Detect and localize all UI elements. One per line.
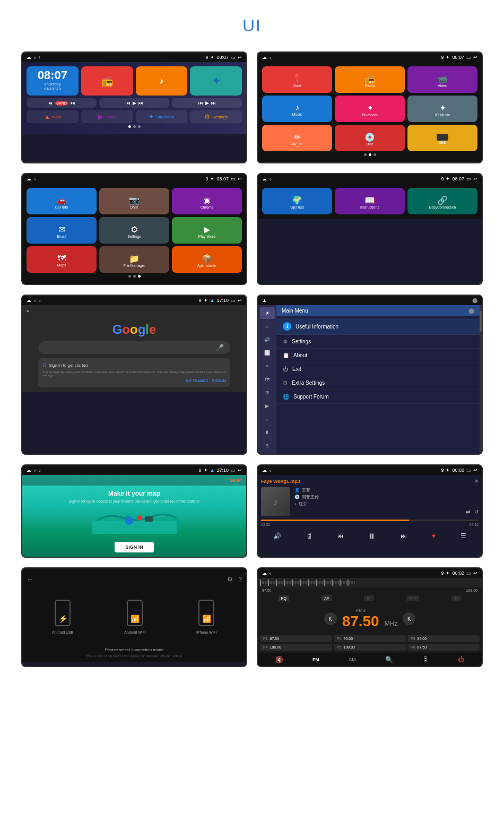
- preset-p5[interactable]: P5 108.00: [334, 644, 406, 651]
- sidebar-vol[interactable]: ⬦: [260, 413, 275, 425]
- nav-video[interactable]: ▶ Video: [81, 110, 133, 123]
- sidebar-map[interactable]: 🗺: [260, 374, 275, 385]
- radio-st[interactable]: ST: [364, 595, 374, 601]
- app-dvr[interactable]: 📷 DVR: [99, 188, 169, 214]
- google-search-box[interactable]: 🎤: [38, 341, 230, 354]
- app-instructions[interactable]: 📖 Instructions: [335, 188, 405, 214]
- sidebar-eq[interactable]: 🔊: [260, 334, 275, 345]
- radio-fm-btn[interactable]: FM: [312, 657, 319, 662]
- app-apkinstaller[interactable]: 📦 ApkInstaller: [172, 246, 242, 273]
- preset-p6[interactable]: P6 87.50: [407, 644, 480, 651]
- nav-navi[interactable]: ▲ Navi: [27, 110, 79, 123]
- no-thanks-btn[interactable]: NO THANKS: [186, 379, 208, 383]
- sidebar-dollar[interactable]: $: [260, 440, 275, 452]
- bluetooth-tile[interactable]: ✦: [190, 66, 242, 96]
- preset-p3-num: P3: [411, 637, 415, 641]
- radio-next-btn[interactable]: K: [403, 612, 415, 625]
- app-apkinstaller-label: ApkInstaller: [197, 264, 217, 267]
- conn-options: ⚡ Android USB 📶 Android WiFi 📶 iPhone Wi…: [27, 594, 242, 642]
- app-filemanager[interactable]: 📁 File Manager: [99, 246, 169, 273]
- status-bar-1: ☁⬦♪ 9✦08:07▭↩: [22, 53, 246, 62]
- nav-settings[interactable]: ⚙ Settings: [190, 110, 242, 123]
- radio-af[interactable]: AF: [321, 595, 332, 601]
- radio-eq-btn[interactable]: 🎛: [422, 656, 429, 663]
- preset-p3[interactable]: P3 98.00: [407, 635, 480, 642]
- app-email[interactable]: ✉ Email: [27, 217, 97, 244]
- app-bluetooth[interactable]: ✦ Bluetooth: [335, 96, 405, 122]
- preset-p2[interactable]: P2 90.00: [334, 635, 406, 642]
- status-bar-4: ☁⬦ 9✦08:07▭↩: [258, 174, 482, 184]
- radio-mute-btn[interactable]: 🔇: [275, 656, 283, 663]
- app-bt8[interactable]: ✦ 8T Music: [407, 96, 477, 122]
- sidebar-star[interactable]: ★: [260, 307, 275, 319]
- menu-item-support[interactable]: 🌐 Support Forum: [276, 390, 480, 404]
- clock-tile[interactable]: 08:07 Thursday 01/1/1970: [27, 66, 79, 96]
- menu-item-useful-info[interactable]: ℹ Useful Information: [276, 318, 480, 335]
- app-radio[interactable]: 📻 Radio: [335, 66, 405, 93]
- app-maps[interactable]: 🗺 Maps: [27, 246, 97, 273]
- sidebar-screen[interactable]: ⬜: [260, 347, 275, 359]
- menu-item-about[interactable]: 📋 About: [276, 349, 480, 362]
- app-navi[interactable]: 📍 Navi: [262, 66, 332, 93]
- menu-item-exit[interactable]: ⏻ Exit: [276, 362, 480, 376]
- conn-back-btn[interactable]: ←: [27, 575, 34, 584]
- sign-in-btn[interactable]: SIGN IN: [212, 379, 226, 383]
- menu-item-settings[interactable]: ⚙ Settings: [276, 335, 480, 349]
- heart-btn[interactable]: ♥: [429, 530, 439, 542]
- app-carinfo[interactable]: 🚗 Car Info: [27, 188, 97, 214]
- skip-button[interactable]: SKIP: [230, 478, 241, 483]
- s9-body: ← ⚙ ? ⚡ Android USB 📶 Android Wi: [22, 568, 246, 662]
- radio-freq-value: 87.50: [342, 613, 379, 630]
- app-gpstest[interactable]: 🌍 GpsTest: [262, 188, 332, 214]
- sidebar-pause[interactable]: ⏸: [260, 427, 275, 438]
- sidebar-list[interactable]: ≡: [260, 360, 275, 372]
- time-current: 02:52: [261, 523, 271, 526]
- app-music[interactable]: ♪ Music: [262, 96, 332, 122]
- app-easyconnection[interactable]: 🔗 EasyConnection: [407, 188, 477, 214]
- radio-pty[interactable]: PTY: [406, 595, 419, 601]
- radio-am-btn[interactable]: AM: [349, 657, 356, 662]
- conn-android-usb[interactable]: ⚡ Android USB: [52, 600, 73, 634]
- dot-2-1: [364, 153, 367, 156]
- repeat-icon[interactable]: ↺: [474, 509, 479, 515]
- conn-android-wifi[interactable]: 📶 Android WiFi: [124, 600, 145, 634]
- radio-rq[interactable]: RQ: [279, 595, 290, 601]
- play-btn[interactable]: ⏸: [365, 530, 379, 542]
- radio-tile[interactable]: 📻: [81, 66, 133, 96]
- radio-power-btn[interactable]: ⏻: [458, 656, 464, 663]
- sidebar-res[interactable]: ⊞: [260, 387, 275, 399]
- app-video[interactable]: 📹 Video: [407, 66, 477, 93]
- sidebar-play[interactable]: ▶: [260, 400, 275, 412]
- app-chrome[interactable]: ◉ Chrome: [172, 188, 242, 214]
- app-avin[interactable]: ✏ AV_IN: [262, 125, 332, 151]
- menu-item-extra[interactable]: ⏣ Extra Settings: [276, 376, 480, 390]
- app-disc[interactable]: 💿 Disc: [335, 125, 405, 151]
- sidebar-home[interactable]: ⌂: [260, 321, 275, 332]
- conn-help-icon[interactable]: ?: [238, 576, 242, 583]
- radio-ta[interactable]: TA: [451, 595, 461, 601]
- conn-iphone-wifi[interactable]: 📶 iPhone WiFi: [196, 600, 216, 634]
- playlist-btn[interactable]: ☰: [457, 530, 470, 542]
- mic-icon[interactable]: 🎤: [216, 344, 224, 351]
- music-close-btn[interactable]: ✕: [474, 478, 479, 484]
- conn-footer: Please select connection mode This versi…: [27, 647, 242, 658]
- preset-p1[interactable]: P1 87.50: [260, 635, 332, 642]
- android-wifi-phone: 📶: [127, 600, 143, 626]
- music-tile[interactable]: ♪: [136, 66, 188, 96]
- app-obd[interactable]: OBD OBD: [407, 125, 477, 151]
- radio-search-btn[interactable]: 🔍: [385, 656, 393, 663]
- eq-btn[interactable]: 🎛: [303, 530, 316, 542]
- app-settings[interactable]: ⚙ Settings: [99, 217, 169, 244]
- conn-settings-icon[interactable]: ⚙: [227, 576, 233, 583]
- screen-1-home: ☁⬦♪ 9✦08:07▭↩ 08:07 Thursday 01/1/1970 📻…: [21, 51, 247, 163]
- radio-prev-btn[interactable]: K: [324, 612, 337, 625]
- app-bluetooth-label: Bluetooth: [362, 113, 378, 117]
- app-playstore[interactable]: ▶ Play Store: [172, 217, 242, 244]
- nav-bluetooth[interactable]: ✦ Bluetooth: [136, 110, 188, 123]
- volume-btn[interactable]: 🔊: [270, 530, 284, 542]
- shuffle-icon[interactable]: ⇄: [466, 509, 470, 515]
- map-signin-button[interactable]: SIGN IN: [115, 542, 154, 552]
- preset-p4[interactable]: P4 106.00: [260, 644, 332, 651]
- prev-btn[interactable]: ⏮: [334, 530, 347, 542]
- next-btn[interactable]: ⏭: [397, 530, 410, 542]
